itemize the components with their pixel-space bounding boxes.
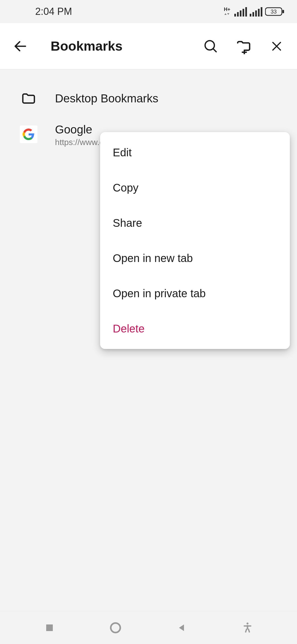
svg-rect-4 (243, 9, 244, 17)
folder-label: Desktop Bookmarks (55, 92, 158, 105)
signal-2-icon (250, 7, 263, 17)
google-g-icon (23, 128, 35, 140)
bookmark-favicon (18, 123, 40, 145)
svg-text:H+: H+ (224, 7, 230, 12)
new-folder-button[interactable] (230, 32, 257, 60)
search-icon (203, 39, 218, 54)
svg-rect-2 (237, 12, 239, 17)
svg-rect-12 (282, 10, 284, 13)
svg-rect-25 (245, 628, 248, 632)
nav-back-button[interactable] (165, 617, 198, 639)
folder-icon (18, 88, 40, 110)
bookmark-title: Google (55, 123, 104, 136)
accessibility-icon (242, 622, 253, 634)
svg-rect-7 (252, 12, 254, 17)
menu-delete[interactable]: Delete (100, 311, 290, 346)
arrow-left-icon (13, 39, 28, 54)
svg-rect-26 (248, 628, 250, 632)
svg-rect-20 (46, 624, 53, 631)
menu-open-new-tab[interactable]: Open in new tab (100, 241, 290, 276)
circle-icon (109, 621, 122, 634)
app-bar: Bookmarks (0, 23, 297, 69)
bookmark-context-menu: Edit Copy Share Open in new tab Open in … (100, 132, 290, 349)
bookmark-url: https://www.g (55, 138, 104, 147)
triangle-left-icon (177, 623, 186, 633)
status-bar: 2:04 PM H+ (0, 0, 297, 23)
nav-recents-button[interactable] (33, 617, 66, 639)
svg-rect-10 (261, 7, 262, 17)
close-button[interactable] (263, 32, 290, 60)
nav-home-button[interactable] (99, 617, 132, 639)
svg-rect-6 (250, 14, 251, 17)
svg-rect-24 (244, 625, 251, 627)
new-folder-icon (236, 38, 252, 54)
system-nav-bar (0, 611, 297, 644)
signal-1-icon (234, 7, 248, 17)
battery-percent-text: 33 (271, 9, 277, 15)
menu-edit[interactable]: Edit (100, 135, 290, 170)
status-icons: H+ (224, 6, 285, 17)
square-icon (45, 623, 54, 633)
nav-accessibility-button[interactable] (231, 617, 264, 639)
search-button[interactable] (197, 32, 224, 60)
menu-share[interactable]: Share (100, 205, 290, 241)
app-bar-actions (197, 32, 290, 60)
status-time: 2:04 PM (35, 6, 72, 17)
svg-line-15 (213, 49, 216, 52)
back-button[interactable] (7, 32, 34, 60)
svg-point-21 (111, 623, 120, 632)
svg-rect-5 (245, 7, 247, 17)
folder-row-desktop-bookmarks[interactable]: Desktop Bookmarks (0, 80, 297, 117)
svg-rect-1 (234, 14, 236, 17)
battery-icon: 33 (265, 7, 285, 17)
svg-rect-8 (255, 10, 257, 17)
screen: 2:04 PM H+ (0, 0, 297, 644)
svg-rect-9 (258, 9, 260, 17)
menu-copy[interactable]: Copy (100, 170, 290, 205)
network-type-icon: H+ (224, 6, 232, 17)
svg-rect-3 (240, 10, 241, 17)
page-title: Bookmarks (34, 39, 197, 54)
menu-open-private-tab[interactable]: Open in private tab (100, 276, 290, 311)
svg-point-22 (247, 623, 249, 624)
close-icon (270, 40, 283, 53)
